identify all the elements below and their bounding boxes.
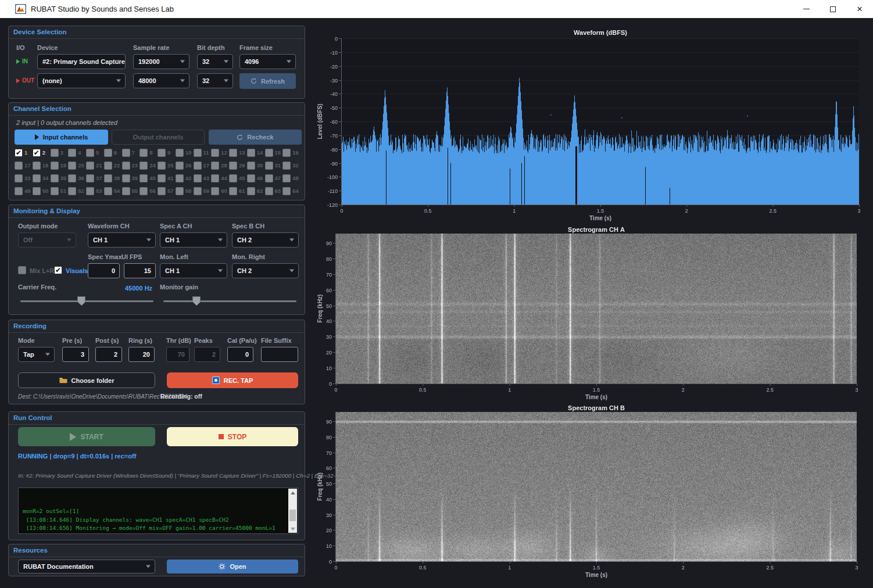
start-button[interactable]: START <box>18 427 155 446</box>
scrollbar-thumb[interactable] <box>289 510 296 521</box>
channel-checkbox-23[interactable] <box>122 162 130 170</box>
channel-checkbox-1[interactable]: ✔ <box>15 149 23 157</box>
channel-checkbox-10[interactable] <box>176 149 184 157</box>
scroll-down-arrow[interactable] <box>288 525 297 533</box>
channel-checkbox-53[interactable] <box>86 187 94 195</box>
console-scrollbar[interactable] <box>288 489 297 533</box>
mon-right-select[interactable]: CH 2 <box>232 263 299 278</box>
channel-checkbox-58[interactable] <box>176 187 184 195</box>
channel-checkbox-30[interactable] <box>247 162 255 170</box>
spec-b-ch-select[interactable]: CH 2 <box>232 232 299 248</box>
slider-thumb[interactable] <box>77 296 85 306</box>
console-log[interactable]: monR=2 outSel=[1] [13:08:14.646] Display… <box>18 487 298 534</box>
channel-checkbox-12[interactable] <box>211 149 219 157</box>
input-bit-depth-select[interactable]: 32 <box>197 54 233 69</box>
channel-checkbox-50[interactable] <box>33 187 41 195</box>
channel-checkbox-39[interactable] <box>122 174 130 182</box>
channel-checkbox-34[interactable] <box>33 174 41 182</box>
choose-folder-button[interactable]: Choose folder <box>18 372 155 388</box>
ui-fps-field[interactable] <box>124 263 156 278</box>
ring-field[interactable] <box>128 347 155 362</box>
channel-checkbox-57[interactable] <box>158 187 166 195</box>
channel-checkbox-32[interactable] <box>282 162 291 170</box>
slider-thumb[interactable] <box>192 296 201 306</box>
input-sample-rate-select[interactable]: 192000 <box>133 54 189 69</box>
output-mode-select[interactable]: Off <box>18 232 76 248</box>
channel-checkbox-61[interactable] <box>229 187 237 195</box>
channel-checkbox-11[interactable] <box>194 149 202 157</box>
mix-lr-checkbox[interactable] <box>18 266 26 274</box>
minimize-button[interactable] <box>793 0 820 18</box>
post-field[interactable] <box>95 347 122 362</box>
channel-checkbox-36[interactable] <box>68 174 76 182</box>
channel-checkbox-43[interactable] <box>194 174 202 182</box>
channel-checkbox-27[interactable] <box>194 162 202 170</box>
channel-checkbox-54[interactable] <box>104 187 112 195</box>
channel-checkbox-24[interactable] <box>139 162 148 170</box>
mon-left-select[interactable]: CH 1 <box>160 263 227 278</box>
channel-checkbox-47[interactable] <box>265 174 273 182</box>
channel-checkbox-4[interactable] <box>68 149 76 157</box>
channel-checkbox-46[interactable] <box>247 174 255 182</box>
channel-checkbox-3[interactable] <box>51 149 59 157</box>
mode-select[interactable]: Tap <box>18 347 55 362</box>
channel-checkbox-15[interactable] <box>265 149 273 157</box>
channel-checkbox-14[interactable] <box>247 149 255 157</box>
carrier-freq-slider[interactable] <box>20 296 153 305</box>
channel-checkbox-40[interactable] <box>139 174 148 182</box>
channel-checkbox-13[interactable] <box>229 149 237 157</box>
cal-field[interactable] <box>227 347 253 362</box>
channel-checkbox-29[interactable] <box>229 162 237 170</box>
refresh-button[interactable]: Refresh <box>239 73 296 89</box>
output-sample-rate-select[interactable]: 48000 <box>133 73 189 88</box>
channel-checkbox-52[interactable] <box>68 187 76 195</box>
open-button[interactable]: Open <box>167 560 298 573</box>
recheck-button[interactable]: Recheck <box>209 130 302 145</box>
channel-checkbox-44[interactable] <box>211 174 219 182</box>
channel-checkbox-18[interactable] <box>33 162 41 170</box>
rec-tap-button[interactable]: REC. TAP <box>167 372 298 388</box>
stop-button[interactable]: STOP <box>167 427 298 446</box>
channel-checkbox-6[interactable] <box>104 149 112 157</box>
channel-checkbox-59[interactable] <box>194 187 202 195</box>
file-suffix-field[interactable] <box>261 347 298 362</box>
channel-checkbox-28[interactable] <box>211 162 219 170</box>
channel-checkbox-2[interactable]: ✔ <box>33 149 41 157</box>
input-device-select[interactable]: #2: Primary Sound Capture... <box>37 54 126 69</box>
thr-field[interactable] <box>166 347 189 362</box>
channel-checkbox-60[interactable] <box>211 187 219 195</box>
channel-checkbox-35[interactable] <box>51 174 59 182</box>
channel-checkbox-37[interactable] <box>86 174 94 182</box>
channel-checkbox-51[interactable] <box>51 187 59 195</box>
output-bit-depth-select[interactable]: 32 <box>197 73 233 88</box>
channel-checkbox-16[interactable] <box>282 149 291 157</box>
channel-checkbox-63[interactable] <box>265 187 273 195</box>
channel-checkbox-8[interactable] <box>139 149 148 157</box>
visuals-checkbox[interactable]: ✔ <box>54 266 62 274</box>
waveform-ch-select[interactable]: CH 1 <box>88 232 156 248</box>
frame-size-select[interactable]: 4096 <box>239 54 296 69</box>
channel-checkbox-17[interactable] <box>15 162 23 170</box>
channel-checkbox-26[interactable] <box>176 162 184 170</box>
documentation-select[interactable]: RUBAT Documentation <box>18 560 155 573</box>
channel-checkbox-20[interactable] <box>68 162 76 170</box>
channel-checkbox-9[interactable] <box>158 149 166 157</box>
channel-checkbox-5[interactable] <box>86 149 94 157</box>
channel-checkbox-56[interactable] <box>139 187 148 195</box>
close-button[interactable]: × <box>846 0 873 18</box>
channel-checkbox-64[interactable] <box>282 187 291 195</box>
pre-field[interactable] <box>62 347 89 362</box>
scroll-up-arrow[interactable] <box>288 489 297 497</box>
channel-checkbox-41[interactable] <box>158 174 166 182</box>
channel-checkbox-62[interactable] <box>247 187 255 195</box>
peaks-field[interactable] <box>194 347 220 362</box>
output-device-select[interactable]: (none) <box>37 73 126 88</box>
channel-checkbox-31[interactable] <box>265 162 273 170</box>
channel-checkbox-49[interactable] <box>15 187 23 195</box>
channel-checkbox-7[interactable] <box>122 149 130 157</box>
spec-a-ch-select[interactable]: CH 1 <box>160 232 227 248</box>
channel-checkbox-21[interactable] <box>86 162 94 170</box>
channel-checkbox-33[interactable] <box>15 174 23 182</box>
channel-checkbox-55[interactable] <box>122 187 130 195</box>
channel-checkbox-38[interactable] <box>104 174 112 182</box>
